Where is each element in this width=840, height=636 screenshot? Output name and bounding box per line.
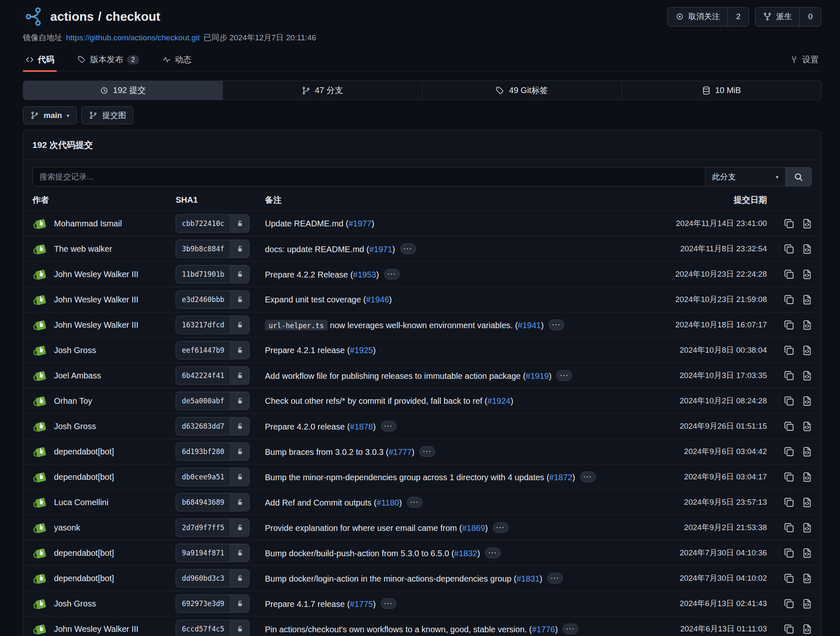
stat-size[interactable]: 10 MiB — [622, 81, 821, 100]
pr-link[interactable]: #1832 — [454, 549, 478, 558]
commit-sha-badge[interactable]: eef61447b9 — [176, 341, 250, 359]
expand-commit-button[interactable]: ··· — [384, 269, 400, 280]
commit-author[interactable]: dependabot[bot] — [54, 447, 114, 457]
copy-sha-button[interactable] — [784, 370, 795, 381]
browse-source-button[interactable] — [801, 471, 813, 483]
commit-sha-badge[interactable]: db0cee9a51 — [176, 468, 250, 486]
commit-sha-badge[interactable]: de5a000abf — [176, 392, 250, 410]
commit-sha-badge[interactable]: 6ccd57f4c5 — [176, 620, 250, 636]
commit-sha-badge[interactable]: dd960bd3c3 — [176, 569, 250, 587]
browse-source-button[interactable] — [801, 243, 813, 255]
pr-link[interactable]: #1946 — [366, 295, 389, 304]
copy-sha-button[interactable] — [784, 218, 795, 229]
browse-source-button[interactable] — [801, 573, 813, 584]
expand-commit-button[interactable]: ··· — [381, 598, 397, 609]
branch-selector[interactable]: main ▾ — [23, 106, 77, 124]
commit-sha-badge[interactable]: 9a9194f871 — [176, 544, 250, 562]
commit-author[interactable]: John Wesley Walker III — [54, 270, 138, 279]
mirror-url-link[interactable]: https://github.com/actions/checkout.git — [66, 33, 200, 42]
commit-sha-badge[interactable]: 3b9b8c884f — [176, 240, 250, 258]
commit-author[interactable]: John Wesley Walker III — [54, 624, 138, 634]
commit-sha-badge[interactable]: 6d193bf280 — [176, 442, 250, 461]
commit-author[interactable]: Josh Gross — [54, 422, 96, 431]
pr-link[interactable]: #1878 — [350, 422, 373, 431]
pr-link[interactable]: #1872 — [549, 473, 573, 482]
copy-sha-button[interactable] — [784, 345, 795, 356]
copy-sha-button[interactable] — [784, 269, 795, 280]
expand-commit-button[interactable]: ··· — [493, 522, 509, 533]
repo-owner-link[interactable]: actions — [50, 10, 94, 24]
commit-sha-badge[interactable]: 163217dfcd — [176, 316, 250, 334]
expand-commit-button[interactable]: ··· — [400, 243, 416, 254]
browse-source-button[interactable] — [801, 345, 813, 356]
pr-link[interactable]: #1775 — [350, 599, 373, 609]
tab-code[interactable]: 代码 — [23, 54, 57, 71]
forks-count[interactable]: 0 — [799, 7, 821, 26]
browse-source-button[interactable] — [801, 269, 813, 280]
browse-source-button[interactable] — [801, 319, 813, 331]
browse-source-button[interactable] — [801, 548, 813, 559]
commit-graph-button[interactable]: 提交图 — [81, 106, 133, 124]
expand-commit-button[interactable]: ··· — [580, 471, 596, 482]
expand-commit-button[interactable]: ··· — [381, 421, 397, 432]
copy-sha-button[interactable] — [784, 598, 795, 609]
pr-link[interactable]: #1924 — [487, 396, 511, 405]
commit-sha-badge[interactable]: 6b42224f41 — [176, 366, 250, 385]
stat-commits[interactable]: 192 提交 — [23, 81, 223, 100]
pr-link[interactable]: #1776 — [532, 625, 555, 634]
browse-source-button[interactable] — [801, 446, 813, 457]
expand-commit-button[interactable]: ··· — [563, 624, 578, 634]
copy-sha-button[interactable] — [784, 421, 795, 432]
commit-sha-badge[interactable]: 2d7d9f7ff5 — [176, 518, 250, 537]
browse-source-button[interactable] — [801, 497, 813, 508]
copy-sha-button[interactable] — [784, 471, 795, 483]
commit-sha-badge[interactable]: d632683dd7 — [176, 417, 250, 435]
stat-tags[interactable]: 49 Git标签 — [422, 81, 622, 100]
expand-commit-button[interactable]: ··· — [556, 370, 572, 381]
pr-link[interactable]: #1925 — [350, 346, 373, 355]
copy-sha-button[interactable] — [784, 624, 795, 635]
commit-author[interactable]: Josh Gross — [54, 346, 96, 355]
copy-sha-button[interactable] — [784, 319, 795, 331]
pr-link[interactable]: #1953 — [353, 270, 376, 279]
browse-source-button[interactable] — [801, 624, 813, 635]
pr-link[interactable]: #1977 — [348, 219, 372, 228]
pr-link[interactable]: #1971 — [369, 245, 392, 254]
expand-commit-button[interactable]: ··· — [549, 319, 564, 330]
stat-branches[interactable]: 47 分支 — [223, 81, 423, 100]
branch-filter-select[interactable]: 此分支 ▾ — [705, 167, 785, 186]
copy-sha-button[interactable] — [784, 243, 795, 255]
browse-source-button[interactable] — [801, 421, 813, 432]
commit-author[interactable]: dependabot[bot] — [54, 548, 114, 558]
commit-author[interactable]: Luca Comellini — [54, 498, 108, 507]
pr-link[interactable]: #1831 — [517, 574, 540, 583]
expand-commit-button[interactable]: ··· — [419, 446, 435, 457]
copy-sha-button[interactable] — [784, 548, 795, 559]
repo-name-link[interactable]: checkout — [105, 10, 160, 24]
commit-author[interactable]: John Wesley Walker III — [54, 320, 138, 330]
commit-author[interactable]: yasonk — [54, 523, 80, 533]
commit-author[interactable]: John Wesley Walker III — [54, 295, 138, 304]
tab-settings[interactable]: 设置 — [787, 54, 821, 71]
commit-author[interactable]: The web walker — [54, 244, 112, 254]
expand-commit-button[interactable]: ··· — [547, 573, 563, 584]
copy-sha-button[interactable] — [784, 294, 795, 305]
browse-source-button[interactable] — [801, 598, 813, 609]
fork-button[interactable]: 派生 — [755, 7, 799, 26]
commit-author[interactable]: dependabot[bot] — [54, 472, 114, 482]
copy-sha-button[interactable] — [784, 522, 795, 533]
commit-author[interactable]: Orhan Toy — [54, 396, 92, 406]
search-input[interactable] — [33, 167, 705, 186]
commit-author[interactable]: dependabot[bot] — [54, 574, 114, 583]
browse-source-button[interactable] — [801, 370, 813, 381]
commit-sha-badge[interactable]: 692973e3d9 — [176, 594, 250, 613]
search-button[interactable] — [785, 167, 811, 186]
commit-author[interactable]: Mohammad Ismail — [54, 219, 122, 228]
commit-author[interactable]: Josh Gross — [54, 599, 96, 609]
pr-link[interactable]: #1941 — [518, 321, 541, 330]
commit-sha-badge[interactable]: b684943689 — [176, 493, 250, 511]
commit-author[interactable]: Joel Ambass — [54, 371, 101, 381]
copy-sha-button[interactable] — [784, 497, 795, 508]
pr-link[interactable]: #1180 — [377, 498, 399, 507]
commit-sha-badge[interactable]: cbb722410c — [176, 214, 250, 233]
